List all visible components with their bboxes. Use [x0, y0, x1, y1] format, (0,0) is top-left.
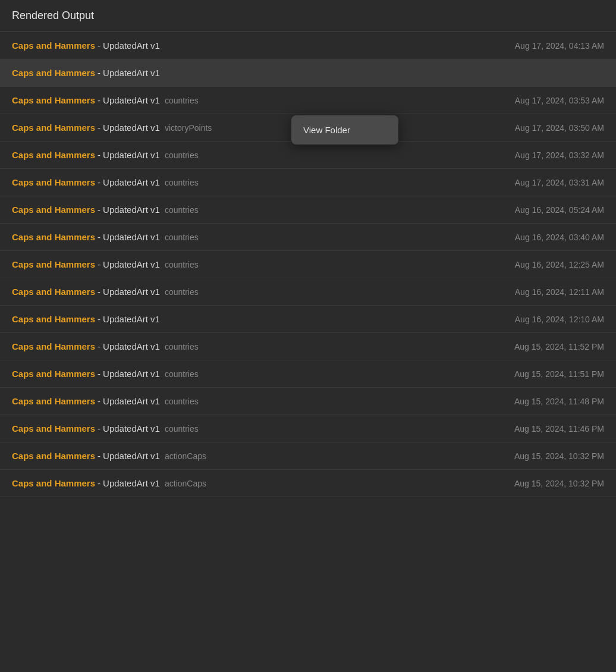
- item-separator: -: [98, 40, 100, 51]
- list-item[interactable]: Caps and Hammers - UpdatedArt v1countrie…: [0, 415, 616, 442]
- item-left-10: Caps and Hammers - UpdatedArt v1countrie…: [12, 287, 515, 297]
- item-game-name: Caps and Hammers: [12, 287, 95, 297]
- item-left-6: Caps and Hammers - UpdatedArt v1countrie…: [12, 177, 515, 187]
- list-item[interactable]: Caps and Hammers - UpdatedArt v1Aug 17, …: [0, 32, 616, 59]
- item-game-name: Caps and Hammers: [12, 95, 95, 105]
- item-date: Aug 17, 2024, 03:31 AM: [515, 178, 604, 187]
- item-separator: -: [98, 369, 100, 379]
- item-separator: -: [98, 123, 100, 133]
- item-tag: countries: [165, 150, 199, 160]
- panel-title: Rendered Output: [12, 10, 94, 21]
- item-game-name: Caps and Hammers: [12, 369, 95, 379]
- list-item[interactable]: Caps and Hammers - UpdatedArt v1countrie…: [0, 278, 616, 306]
- list-item[interactable]: Caps and Hammers - UpdatedArt v1countrie…: [0, 360, 616, 388]
- item-version: UpdatedArt v1: [103, 287, 160, 297]
- item-left-8: Caps and Hammers - UpdatedArt v1countrie…: [12, 232, 515, 242]
- item-tag: countries: [165, 205, 199, 215]
- item-game-name: Caps and Hammers: [12, 232, 95, 242]
- item-separator: -: [98, 314, 100, 324]
- list-item[interactable]: Caps and Hammers - UpdatedArt v1countrie…: [0, 224, 616, 251]
- item-version: UpdatedArt v1: [103, 95, 160, 105]
- item-tag: countries: [165, 96, 199, 105]
- item-separator: -: [98, 287, 100, 297]
- item-separator: -: [98, 150, 100, 160]
- item-game-name: Caps and Hammers: [12, 150, 95, 160]
- item-separator: -: [98, 205, 100, 215]
- item-left-2: Caps and Hammers - UpdatedArt v1: [12, 68, 604, 78]
- list-item[interactable]: Caps and Hammers - UpdatedArt v1countrie…: [0, 333, 616, 360]
- item-tag: countries: [165, 233, 199, 242]
- list-container: Caps and Hammers - UpdatedArt v1Aug 17, …: [0, 32, 616, 497]
- item-separator: -: [98, 68, 100, 78]
- item-game-name: Caps and Hammers: [12, 341, 95, 351]
- item-tag: countries: [165, 397, 199, 406]
- item-version: UpdatedArt v1: [103, 478, 160, 488]
- item-version: UpdatedArt v1: [103, 68, 160, 78]
- item-game-name: Caps and Hammers: [12, 205, 95, 215]
- item-date: Aug 15, 2024, 11:52 PM: [514, 342, 604, 351]
- item-version: UpdatedArt v1: [103, 314, 160, 324]
- item-version: UpdatedArt v1: [103, 259, 160, 269]
- item-separator: -: [98, 95, 100, 105]
- item-left-16: Caps and Hammers - UpdatedArt v1actionCa…: [12, 451, 514, 461]
- list-item[interactable]: Caps and Hammers - UpdatedArt v1actionCa…: [0, 442, 616, 470]
- list-item[interactable]: Caps and Hammers - UpdatedArt v1countrie…: [0, 196, 616, 224]
- list-item[interactable]: Caps and Hammers - UpdatedArt v1countrie…: [0, 142, 616, 169]
- item-left-17: Caps and Hammers - UpdatedArt v1actionCa…: [12, 478, 514, 488]
- item-tag: countries: [165, 342, 199, 351]
- item-tag: countries: [165, 178, 199, 187]
- item-left-9: Caps and Hammers - UpdatedArt v1countrie…: [12, 259, 515, 269]
- item-left-7: Caps and Hammers - UpdatedArt v1countrie…: [12, 205, 515, 215]
- item-tag: countries: [165, 424, 199, 434]
- item-tag: countries: [165, 287, 199, 297]
- list-item[interactable]: Caps and Hammers - UpdatedArt v1countrie…: [0, 388, 616, 415]
- rendered-output-panel: Rendered Output Caps and Hammers - Updat…: [0, 0, 616, 497]
- item-date: Aug 15, 2024, 11:46 PM: [514, 424, 604, 434]
- item-date: Aug 15, 2024, 10:32 PM: [514, 479, 604, 488]
- item-date: Aug 16, 2024, 12:11 AM: [515, 287, 604, 297]
- list-item[interactable]: Caps and Hammers - UpdatedArt v1Aug 16, …: [0, 306, 616, 333]
- item-date: Aug 17, 2024, 04:13 AM: [515, 41, 604, 51]
- item-date: Aug 15, 2024, 11:51 PM: [514, 369, 604, 379]
- item-separator: -: [98, 259, 100, 269]
- context-menu-item-view-folder[interactable]: View Folder: [291, 119, 398, 141]
- item-separator: -: [98, 341, 100, 351]
- item-game-name: Caps and Hammers: [12, 423, 95, 434]
- item-left-3: Caps and Hammers - UpdatedArt v1countrie…: [12, 95, 515, 105]
- item-left-1: Caps and Hammers - UpdatedArt v1: [12, 40, 515, 51]
- item-version: UpdatedArt v1: [103, 396, 160, 406]
- list-item[interactable]: Caps and Hammers - UpdatedArt v1actionCa…: [0, 470, 616, 497]
- context-menu: View Folder: [291, 115, 398, 145]
- item-game-name: Caps and Hammers: [12, 40, 95, 51]
- item-date: Aug 16, 2024, 12:25 AM: [515, 260, 604, 269]
- list-item[interactable]: Caps and Hammers - UpdatedArt v1countrie…: [0, 251, 616, 278]
- item-left-4: Caps and Hammers - UpdatedArt v1victoryP…: [12, 123, 515, 133]
- item-version: UpdatedArt v1: [103, 40, 160, 51]
- item-version: UpdatedArt v1: [103, 123, 160, 133]
- item-separator: -: [98, 451, 100, 461]
- item-tag: victoryPoints: [165, 123, 212, 133]
- item-version: UpdatedArt v1: [103, 451, 160, 461]
- item-separator: -: [98, 478, 100, 488]
- list-item[interactable]: Caps and Hammers - UpdatedArt v1: [0, 59, 616, 87]
- list-item[interactable]: Caps and Hammers - UpdatedArt v1countrie…: [0, 169, 616, 196]
- item-separator: -: [98, 232, 100, 242]
- item-game-name: Caps and Hammers: [12, 478, 95, 488]
- item-separator: -: [98, 423, 100, 434]
- item-left-11: Caps and Hammers - UpdatedArt v1: [12, 314, 515, 324]
- item-separator: -: [98, 396, 100, 406]
- item-game-name: Caps and Hammers: [12, 259, 95, 269]
- item-game-name: Caps and Hammers: [12, 68, 95, 78]
- item-date: Aug 15, 2024, 11:48 PM: [514, 397, 604, 406]
- item-left-14: Caps and Hammers - UpdatedArt v1countrie…: [12, 396, 514, 406]
- panel-header: Rendered Output: [0, 0, 616, 32]
- item-game-name: Caps and Hammers: [12, 451, 95, 461]
- item-tag: countries: [165, 260, 199, 269]
- item-date: Aug 17, 2024, 03:32 AM: [515, 150, 604, 160]
- item-date: Aug 16, 2024, 12:10 AM: [515, 315, 604, 324]
- item-game-name: Caps and Hammers: [12, 314, 95, 324]
- item-separator: -: [98, 177, 100, 187]
- list-item[interactable]: Caps and Hammers - UpdatedArt v1countrie…: [0, 87, 616, 114]
- item-version: UpdatedArt v1: [103, 150, 160, 160]
- item-game-name: Caps and Hammers: [12, 123, 95, 133]
